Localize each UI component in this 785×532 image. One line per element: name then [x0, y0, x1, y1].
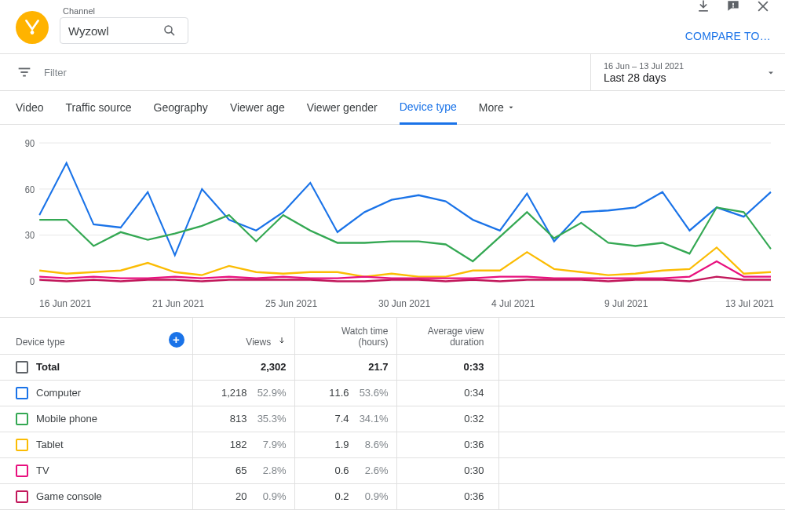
table-row[interactable]: Mobile phone81335.3%7.434.1%0:32 — [0, 406, 785, 432]
x-tick-label: 9 Jul 2021 — [604, 298, 717, 309]
svg-rect-4 — [732, 3, 734, 5]
checkbox-row[interactable] — [16, 387, 28, 399]
th-avg[interactable]: Average view duration — [396, 318, 498, 354]
svg-point-0 — [31, 31, 35, 35]
table-row[interactable]: Game console200.9%0.20.9%0:36 — [0, 483, 785, 509]
tab-more[interactable]: More — [479, 101, 515, 123]
table-row[interactable]: Tablet1827.9%1.98.6%0:36 — [0, 432, 785, 457]
svg-line-2 — [171, 32, 174, 35]
filter-placeholder[interactable]: Filter — [44, 67, 67, 78]
table-row[interactable]: Computer1,21852.9%11.653.6%0:34 — [0, 380, 785, 406]
svg-point-1 — [165, 26, 172, 33]
x-tick-label: 4 Jul 2021 — [491, 298, 604, 309]
add-metric-button[interactable]: + — [169, 332, 184, 348]
th-views[interactable]: Views — [246, 337, 271, 348]
brand-logo[interactable] — [16, 11, 49, 44]
th-device: Device type — [16, 337, 65, 348]
tabs-bar: VideoTraffic sourceGeographyViewer ageVi… — [0, 91, 785, 125]
checkbox-total[interactable] — [16, 361, 28, 373]
compare-to-link[interactable]: COMPARE TO… — [685, 30, 771, 42]
tab-video[interactable]: Video — [16, 101, 44, 123]
checkbox-row[interactable] — [16, 413, 28, 425]
table-row-total: Total2,30221.70:33 — [0, 354, 785, 380]
x-tick-label: 30 Jun 2021 — [378, 298, 491, 309]
tab-traffic-source[interactable]: Traffic source — [66, 101, 132, 123]
svg-text:0: 0 — [30, 275, 35, 287]
x-tick-label: 16 Jun 2021 — [39, 298, 152, 309]
views-line-chart: 0306090 — [16, 137, 774, 294]
channel-label: Channel — [63, 6, 188, 16]
chevron-down-icon — [766, 68, 776, 78]
date-range-label: Last 28 days — [604, 71, 772, 84]
series-tablet — [39, 247, 771, 276]
tab-device-type[interactable]: Device type — [400, 100, 457, 125]
tab-viewer-gender[interactable]: Viewer gender — [307, 101, 378, 123]
search-icon[interactable] — [162, 24, 177, 38]
row-name: Tablet — [36, 439, 64, 450]
svg-text:60: 60 — [25, 184, 35, 195]
feedback-icon[interactable] — [725, 0, 741, 14]
table-row[interactable]: TV652.8%0.62.6%0:30 — [0, 457, 785, 483]
svg-rect-5 — [732, 6, 734, 8]
channel-input[interactable] — [60, 17, 188, 44]
tab-viewer-age[interactable]: Viewer age — [230, 101, 285, 123]
x-tick-label: 13 Jul 2021 — [717, 298, 774, 309]
filter-icon[interactable] — [16, 64, 33, 81]
download-icon[interactable] — [696, 0, 711, 14]
row-name: Mobile phone — [36, 413, 97, 425]
close-icon[interactable] — [755, 0, 771, 14]
date-range-small: 16 Jun – 13 Jul 2021 — [604, 61, 772, 71]
row-name: Computer — [36, 387, 81, 399]
channel-input-field[interactable] — [68, 24, 162, 38]
date-range-picker[interactable]: 16 Jun – 13 Jul 2021 Last 28 days — [590, 54, 785, 90]
svg-text:90: 90 — [25, 137, 35, 149]
series-mobile-phone — [39, 207, 771, 261]
x-tick-label: 21 Jun 2021 — [152, 298, 265, 309]
x-tick-label: 25 Jun 2021 — [265, 298, 378, 309]
th-watch[interactable]: Watch time (hours) — [294, 318, 396, 354]
total-label: Total — [36, 361, 60, 373]
row-name: TV — [36, 465, 49, 476]
sort-desc-icon — [277, 336, 287, 345]
checkbox-row[interactable] — [16, 465, 28, 477]
svg-text:30: 30 — [25, 230, 35, 242]
device-table: Device type + Views Watch time (hours) A… — [0, 318, 785, 510]
row-name: Game console — [36, 490, 102, 502]
checkbox-row[interactable] — [16, 490, 28, 503]
checkbox-row[interactable] — [16, 439, 28, 451]
tab-geography[interactable]: Geography — [154, 101, 208, 123]
chart-x-axis: 16 Jun 202121 Jun 202125 Jun 202130 Jun … — [16, 298, 774, 309]
